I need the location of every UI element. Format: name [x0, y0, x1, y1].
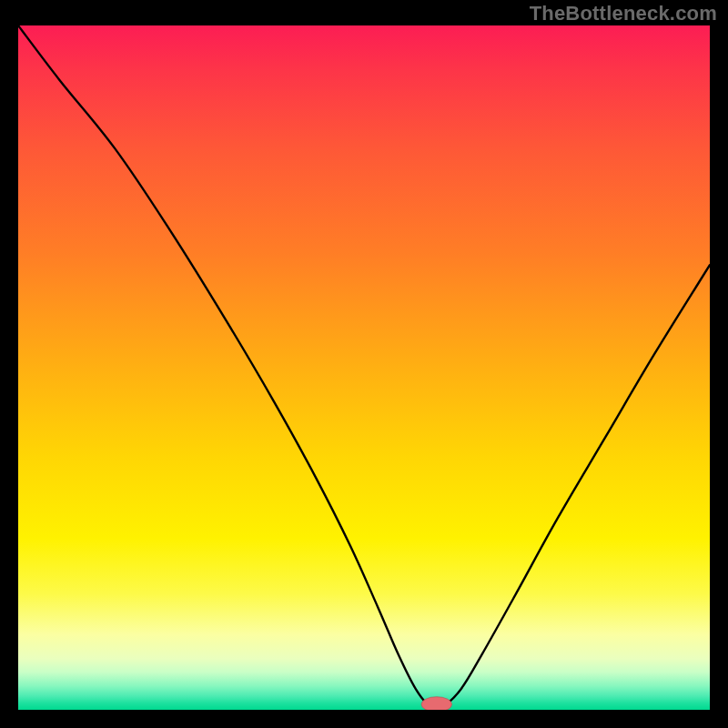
watermark-text: TheBottleneck.com	[530, 2, 717, 25]
optimal-marker	[421, 697, 451, 710]
bottleneck-curve	[18, 25, 710, 708]
curve-layer	[18, 25, 710, 710]
chart-frame: TheBottleneck.com	[0, 0, 728, 728]
plot-outer	[18, 25, 710, 710]
